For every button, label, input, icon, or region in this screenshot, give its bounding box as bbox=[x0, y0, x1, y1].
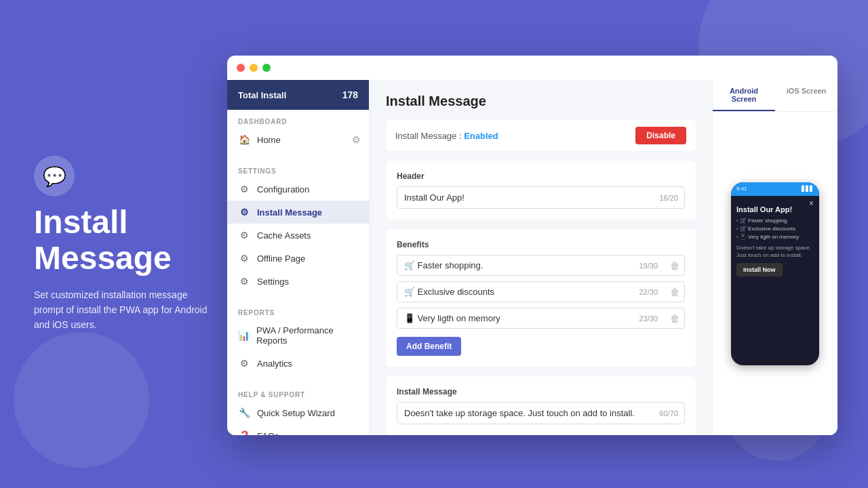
status-label: Install Message : Enabled bbox=[395, 131, 498, 141]
header-input-wrap: 16/20 bbox=[397, 186, 685, 209]
phone-content: Install Our App! › 🛒 Faster shopping. › … bbox=[731, 196, 819, 282]
total-install-label: Total Install bbox=[238, 90, 286, 100]
install-message-section: Install Message 60/70 bbox=[386, 376, 696, 435]
tab-ios-screen[interactable]: iOS Screen bbox=[775, 80, 837, 111]
sidebar-settings-label: Settings bbox=[257, 277, 289, 287]
app-logo: 💬 bbox=[34, 156, 75, 197]
sidebar-item-install-message[interactable]: ⚙ Install Message bbox=[227, 201, 369, 224]
delete-benefit-1-button[interactable]: 🗑 bbox=[670, 260, 679, 271]
benefit-item-3: 23/30 🗑 bbox=[397, 308, 685, 329]
install-message-label: Install Message bbox=[397, 387, 685, 396]
offline-page-icon: ⚙ bbox=[238, 253, 250, 264]
total-install-count: 178 bbox=[342, 89, 358, 100]
benefits-section: Benefits 19/30 🗑 22/30 🗑 23/30 🗑 Add B bbox=[386, 229, 696, 367]
sidebar-item-offline-page[interactable]: ⚙ Offline Page bbox=[227, 247, 369, 270]
sidebar-total-install: Total Install 178 bbox=[227, 80, 369, 110]
sidebar-item-analytics[interactable]: ⚙ Analytics bbox=[227, 352, 369, 375]
sidebar-configuration-label: Configuration bbox=[257, 184, 309, 195]
sidebar-item-configuration[interactable]: ⚙ Configuration bbox=[227, 178, 369, 201]
delete-benefit-3-button[interactable]: 🗑 bbox=[670, 313, 679, 324]
sidebar-item-cache-assets[interactable]: ⚙ Cache Assets bbox=[227, 224, 369, 247]
header-section: Header 16/20 bbox=[386, 161, 696, 220]
app-window: Total Install 178 DASHBOARD 🏠 Home ⚙ SET… bbox=[227, 56, 837, 435]
phone-preview: 9:41 ▋▋▋ × Install Our App! › 🛒 Faster s… bbox=[713, 112, 837, 435]
sidebar-cache-assets-label: Cache Assets bbox=[257, 230, 311, 241]
close-dot[interactable] bbox=[237, 64, 245, 72]
cache-assets-icon: ⚙ bbox=[238, 230, 250, 241]
minimize-dot[interactable] bbox=[250, 64, 258, 72]
sidebar-offline-page-label: Offline Page bbox=[257, 253, 305, 264]
phone-message: Doesn't take up storage space. Just touc… bbox=[736, 244, 814, 259]
section-label-settings: SETTINGS bbox=[227, 159, 369, 178]
phone-signal: ▋▋▋ bbox=[802, 186, 814, 192]
configuration-icon: ⚙ bbox=[238, 184, 250, 195]
settings-cog-icon: ⚙ bbox=[352, 134, 361, 145]
sidebar-pwa-reports-label: PWA / Performance Reports bbox=[256, 325, 358, 346]
install-message-input-wrap: 60/70 bbox=[397, 402, 685, 424]
phone-time: 9:41 bbox=[736, 186, 747, 192]
pwa-reports-icon: 📊 bbox=[238, 330, 250, 341]
sidebar-item-settings[interactable]: ⚙ Settings bbox=[227, 270, 369, 293]
sidebar-analytics-label: Analytics bbox=[257, 359, 292, 369]
main-content: Install Message Install Message : Enable… bbox=[370, 80, 712, 435]
preview-panel: Android Screen iOS Screen 9:41 ▋▋▋ × Ins… bbox=[712, 80, 837, 435]
benefit-counter-1: 19/30 bbox=[639, 262, 658, 270]
home-icon: 🏠 bbox=[238, 134, 250, 145]
hero-title: Install Message bbox=[34, 205, 210, 277]
sidebar-item-pwa-reports[interactable]: 📊 PWA / Performance Reports bbox=[227, 319, 369, 352]
preview-tabs: Android Screen iOS Screen bbox=[713, 80, 837, 112]
disable-button[interactable]: Disable bbox=[635, 127, 686, 144]
status-enabled: Enabled bbox=[464, 131, 498, 141]
quick-setup-icon: 🔧 bbox=[238, 407, 250, 418]
page-title: Install Message bbox=[386, 94, 696, 109]
sidebar-install-message-label: Install Message bbox=[257, 207, 322, 218]
sidebar: Total Install 178 DASHBOARD 🏠 Home ⚙ SET… bbox=[227, 80, 370, 435]
install-message-icon: ⚙ bbox=[238, 207, 250, 218]
phone-benefit-2: › 🛒 Exclusive discounts bbox=[736, 226, 814, 232]
section-label-dashboard: DASHBOARD bbox=[227, 110, 369, 128]
tab-android-screen[interactable]: Android Screen bbox=[713, 80, 775, 111]
phone-benefit-3: › 📱 Very ligth on memory bbox=[736, 234, 814, 240]
section-label-help: HELP & SUPPORT bbox=[227, 383, 369, 401]
header-counter: 16/20 bbox=[659, 194, 678, 202]
phone-benefit-1: › 🛒 Faster shopping. bbox=[736, 218, 814, 224]
faqs-icon: ❓ bbox=[238, 430, 250, 435]
sidebar-item-quick-setup[interactable]: 🔧 Quick Setup Wizard bbox=[227, 401, 369, 424]
phone-frame: 9:41 ▋▋▋ × Install Our App! › 🛒 Faster s… bbox=[731, 182, 819, 365]
install-message-input[interactable] bbox=[397, 402, 685, 424]
benefit-item-1: 19/30 🗑 bbox=[397, 255, 685, 276]
header-input[interactable] bbox=[397, 186, 685, 209]
benefit-item-2: 22/30 🗑 bbox=[397, 281, 685, 302]
sidebar-item-home[interactable]: 🏠 Home ⚙ bbox=[227, 128, 369, 151]
sidebar-item-faqs[interactable]: ❓ FAQs bbox=[227, 424, 369, 435]
benefit-counter-2: 22/30 bbox=[639, 288, 658, 296]
titlebar bbox=[227, 56, 837, 80]
status-bar: Install Message : Enabled Disable bbox=[386, 120, 696, 151]
maximize-dot[interactable] bbox=[262, 64, 271, 72]
phone-status-bar: 9:41 ▋▋▋ bbox=[731, 182, 819, 196]
sidebar-quick-setup-label: Quick Setup Wizard bbox=[257, 408, 335, 418]
settings-icon: ⚙ bbox=[238, 276, 250, 287]
delete-benefit-2-button[interactable]: 🗑 bbox=[670, 287, 679, 298]
install-message-counter: 60/70 bbox=[659, 409, 678, 418]
add-benefit-button[interactable]: Add Benefit bbox=[397, 337, 461, 356]
benefits-label: Benefits bbox=[397, 240, 685, 249]
left-panel: 💬 Install Message Set customized install… bbox=[34, 156, 210, 333]
sidebar-home-label: Home bbox=[257, 135, 281, 145]
sidebar-faqs-label: FAQs bbox=[257, 431, 279, 436]
analytics-icon: ⚙ bbox=[238, 358, 250, 369]
phone-close-button[interactable]: × bbox=[809, 199, 814, 208]
section-label-reports: REPORTS bbox=[227, 301, 369, 319]
phone-install-button[interactable]: Install Now bbox=[736, 263, 783, 277]
phone-app-title: Install Our App! bbox=[736, 205, 814, 214]
header-label: Header bbox=[397, 171, 685, 181]
hero-description: Set customized installation message prom… bbox=[34, 287, 210, 332]
benefit-counter-3: 23/30 bbox=[639, 314, 658, 323]
